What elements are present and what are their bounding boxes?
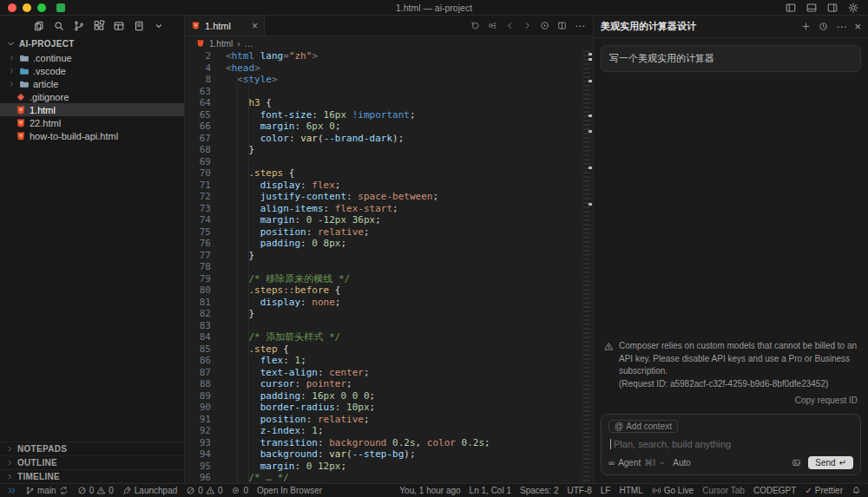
port-item[interactable]: 0 — [231, 486, 248, 495]
code-line[interactable]: 93 transition: background 0.2s, color 0.… — [185, 437, 593, 449]
tree-item-1-html[interactable]: 1.html — [0, 103, 184, 116]
model-auto-selector[interactable]: Auto — [673, 458, 691, 468]
code-line[interactable]: 83 — [185, 320, 593, 332]
code-line[interactable]: 91 position: relative; — [185, 414, 593, 426]
breadcrumb[interactable]: 1.html › … — [185, 36, 593, 50]
prettier-item[interactable]: ✓ Prettier — [805, 486, 843, 495]
minimap[interactable] — [582, 50, 593, 483]
section-notepads[interactable]: NOTEPADS — [0, 441, 184, 455]
code-line[interactable]: 94 background: var(--step-bg); — [185, 448, 593, 461]
nav-back-icon[interactable] — [505, 21, 515, 30]
indentation-item[interactable]: Spaces: 2 — [520, 486, 558, 495]
code-line[interactable]: 2<html lang="zh"> — [185, 50, 593, 62]
code-line[interactable]: 88 cursor: pointer; — [185, 378, 593, 390]
toggle-secondary-sidebar-icon[interactable] — [826, 2, 838, 14]
eol-item[interactable]: LF — [601, 486, 611, 495]
diagnostics-item-2[interactable]: 0 0 — [186, 486, 222, 495]
code-line[interactable]: 87 text-align: center; — [185, 367, 593, 379]
git-branch-item[interactable]: main — [25, 486, 69, 495]
cursor-position-item[interactable]: Ln 1, Col 1 — [470, 486, 511, 495]
chat-input-placeholder[interactable]: Plan, search, build anything — [614, 439, 731, 449]
code-line[interactable]: 84 /* 添加箭头样式 */ — [185, 331, 593, 343]
split-editor-icon[interactable] — [557, 21, 567, 30]
code-line[interactable]: 65 font-size: 16px !important; — [185, 109, 593, 121]
tree-item--continue[interactable]: .continue — [0, 51, 184, 64]
settings-gear-icon[interactable] — [847, 2, 859, 14]
chat-input-box[interactable]: @ Add context Plan, search, build anythi… — [601, 414, 861, 475]
breadcrumb-more[interactable]: … — [245, 39, 253, 49]
code-line[interactable]: 92 z-index: 1; — [185, 425, 593, 437]
copy-request-id-button[interactable]: Copy request ID — [594, 390, 868, 405]
code-line[interactable]: 81 display: none; — [185, 297, 593, 309]
toggle-panel-icon[interactable] — [806, 2, 818, 14]
code-line[interactable]: 86 flex: 1; — [185, 355, 593, 367]
code-line[interactable]: 71 display: flex; — [185, 180, 593, 192]
code-line[interactable]: 63 — [185, 86, 593, 98]
tab-1html[interactable]: 1.html × — [185, 16, 265, 36]
explorer-icon[interactable] — [33, 20, 45, 32]
code-line[interactable]: 95 margin: 0 12px; — [185, 461, 593, 473]
codegpt-item[interactable]: CODEGPT — [753, 486, 796, 495]
cursor-tab-item[interactable]: Cursor Tab — [702, 486, 745, 495]
code-line[interactable]: 69 — [185, 156, 593, 168]
tree-item-article[interactable]: article — [0, 77, 184, 90]
tree-item-how-to-build-api-html[interactable]: how-to-build-api.html — [0, 129, 184, 142]
git-blame-item[interactable]: You, 1 hour ago — [399, 486, 460, 495]
notebook-icon[interactable] — [133, 20, 145, 32]
tree-item--vscode[interactable]: .vscode — [0, 64, 184, 77]
tree-item-22-html[interactable]: 22.html — [0, 116, 184, 129]
code-line[interactable]: 89 padding: 16px 0 0 0; — [185, 390, 593, 402]
attach-image-icon[interactable] — [792, 458, 801, 468]
remote-indicator[interactable] — [7, 486, 16, 495]
explorer-root[interactable]: AI-PROJECT — [0, 36, 184, 51]
chat-more-icon[interactable]: ⋯ — [836, 21, 846, 33]
tree-item--gitignore[interactable]: .gitignore — [0, 90, 184, 103]
diagnostics-item[interactable]: 0 0 — [77, 486, 114, 495]
section-timeline[interactable]: TIMELINE — [0, 469, 184, 483]
encoding-item[interactable]: UTF-8 — [567, 486, 591, 495]
go-live-item[interactable]: Go Live — [652, 486, 694, 495]
history-icon[interactable] — [470, 21, 480, 30]
code-line[interactable]: 8 <style> — [185, 74, 593, 86]
code-line[interactable]: 78 — [185, 261, 593, 273]
agent-mode-selector[interactable]: ∞ Agent ⌘I — [608, 458, 666, 468]
code-line[interactable]: 70 .steps { — [185, 167, 593, 180]
notifications-bell-icon[interactable] — [852, 486, 861, 495]
section-outline[interactable]: OUTLINE — [0, 455, 184, 469]
code-line[interactable]: 96 /* … */ — [185, 472, 593, 483]
remote-explorer-icon[interactable] — [113, 20, 125, 32]
source-control-icon[interactable] — [73, 20, 85, 32]
code-line[interactable]: 76 padding: 0 8px; — [185, 238, 593, 250]
code-line[interactable]: 72 justify-content: space-between; — [185, 191, 593, 203]
toggle-primary-sidebar-icon[interactable] — [785, 2, 797, 14]
code-line[interactable]: 66 margin: 6px 0; — [185, 121, 593, 133]
chat-history-icon[interactable] — [819, 22, 828, 31]
chat-close-icon[interactable]: × — [854, 20, 861, 33]
code-line[interactable]: 73 align-items: flex-start; — [185, 203, 593, 215]
launchpad-item[interactable]: Launchpad — [122, 486, 178, 495]
run-preview-icon[interactable] — [540, 21, 549, 30]
breadcrumb-file[interactable]: 1.html — [209, 39, 233, 49]
search-icon[interactable] — [53, 20, 65, 32]
nav-forward-icon[interactable] — [523, 21, 532, 30]
send-button[interactable]: Send ↵ — [808, 456, 853, 469]
code-line[interactable]: 90 border-radius: 10px; — [185, 402, 593, 414]
code-line[interactable]: 67 color: var(--brand-dark); — [185, 133, 593, 145]
more-actions-icon[interactable]: ⋯ — [575, 20, 585, 32]
code-line[interactable]: 85 .step { — [185, 343, 593, 356]
open-changes-icon[interactable] — [488, 21, 497, 30]
code-line[interactable]: 79 /* 移除原来的横线 */ — [185, 273, 593, 285]
extensions-icon[interactable] — [93, 20, 105, 32]
code-line[interactable]: 80 .steps::before { — [185, 284, 593, 297]
code-line[interactable]: 4<head> — [185, 62, 593, 75]
add-context-chip[interactable]: @ Add context — [608, 420, 678, 433]
code-line[interactable]: 75 position: relative; — [185, 226, 593, 239]
code-line[interactable]: 64 h3 { — [185, 97, 593, 109]
code-line[interactable]: 82 } — [185, 308, 593, 320]
open-in-browser-item[interactable]: Open In Browser — [257, 486, 322, 495]
language-mode-item[interactable]: HTML — [619, 486, 642, 495]
new-chat-icon[interactable] — [801, 22, 811, 31]
code-line[interactable]: 77 } — [185, 250, 593, 262]
code-line[interactable]: 68 } — [185, 144, 593, 156]
code-editor[interactable]: 2<html lang="zh">4<head>8 <style>6364 h3… — [185, 50, 593, 483]
